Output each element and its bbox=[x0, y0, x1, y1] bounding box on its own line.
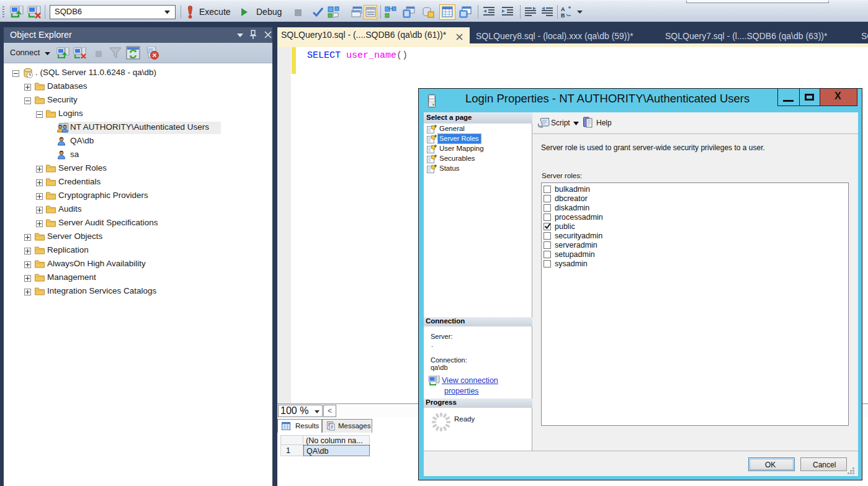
svg-text:B: B bbox=[561, 12, 565, 18]
svg-text:A: A bbox=[561, 6, 565, 12]
